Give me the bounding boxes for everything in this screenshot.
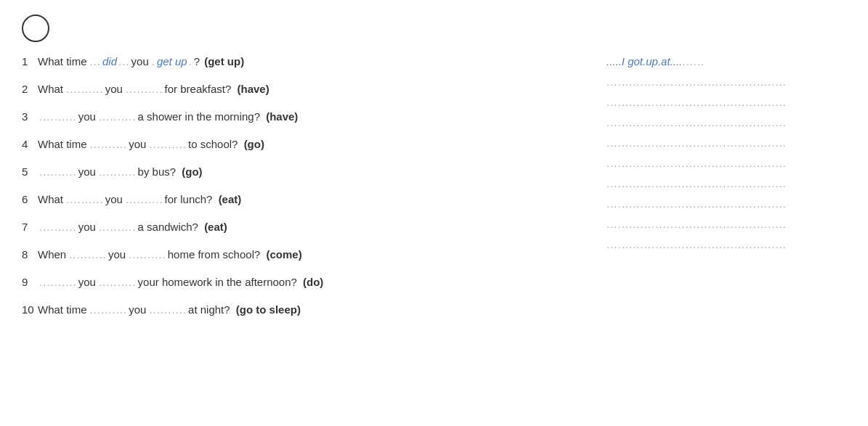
suffix-text: for breakfast? [165, 83, 235, 95]
question-row: 9.......... you .......... your homework… [22, 276, 599, 296]
answer-row: ........................................… [607, 136, 846, 157]
question-row: 8When .......... you .......... home fro… [22, 248, 599, 269]
question-prefix: What time [38, 303, 87, 316]
hint-word: (have) [266, 110, 298, 123]
fill-dots: .......... [99, 221, 137, 233]
questions-column: 1What time ...did... you .get up. ? (get… [22, 55, 599, 331]
answer-row: ........................................… [607, 116, 846, 136]
question-row: 10What time .......... you .......... at… [22, 303, 599, 324]
suffix-text: at night? [188, 303, 233, 316]
question-suffix: at night? (go to sleep) [188, 303, 301, 316]
question-you: you [78, 276, 96, 288]
row-number: 2 [22, 83, 38, 95]
hint-word: (eat) [204, 221, 227, 233]
answer-dots: ........................................… [607, 238, 846, 250]
suffix-text: to school? [188, 138, 241, 150]
fill-dots: .......... [39, 221, 77, 233]
suffix-text: your homework in the afternoon? [138, 276, 300, 288]
suffix-text: by bus? [138, 165, 179, 178]
row-number: 3 [22, 110, 38, 123]
question-word: you [131, 55, 149, 67]
exercise-header [22, 15, 846, 42]
row-number: 10 [22, 303, 38, 316]
answers-column: .....I got.up.at........................… [599, 55, 846, 331]
fill-dots: . [152, 55, 155, 67]
answer-dots: ........................................… [607, 136, 846, 149]
question-row: 2What .......... you .......... for brea… [22, 83, 599, 103]
question-you: you [129, 138, 146, 150]
question-word: ? [194, 55, 200, 67]
suffix-text: home from school? [168, 248, 264, 261]
question-suffix: for lunch? (eat) [165, 193, 242, 205]
fill-dots: .......... [90, 138, 128, 150]
question-suffix: your homework in the afternoon? (do) [138, 276, 324, 288]
question-row: 3.......... you .......... a shower in t… [22, 110, 599, 131]
filled-answer: did [102, 55, 117, 67]
page: 1What time ...did... you .get up. ? (get… [0, 0, 868, 426]
fill-dots: .......... [66, 83, 104, 95]
question-content: What .......... you .......... for lunch… [38, 193, 241, 205]
answer-dots: ...... [682, 55, 846, 67]
answer-dots: ........................................… [607, 197, 846, 210]
hint-word: (go) [182, 165, 202, 178]
question-prefix: What [38, 83, 63, 95]
content-area: 1What time ...did... you .get up. ? (get… [22, 55, 846, 331]
question-content: .......... you .......... by bus? (go) [38, 165, 203, 178]
row-number: 6 [22, 193, 38, 205]
answer-row: ........................................… [607, 218, 846, 238]
filled-answer: get up [157, 55, 187, 67]
question-content: .......... you .......... a shower in th… [38, 110, 298, 123]
answer-dots: ........................................… [607, 218, 846, 230]
hint-word: (eat) [219, 193, 242, 205]
answer-row: ........................................… [607, 238, 846, 258]
fill-dots: .......... [126, 83, 163, 95]
fill-dots: .......... [39, 110, 77, 123]
question-row: 5.......... you .......... by bus? (go) [22, 165, 599, 186]
question-row: 1What time ...did... you .get up. ? (get… [22, 55, 599, 75]
exercise-number [22, 15, 49, 42]
hint-word: (go to sleep) [236, 303, 301, 316]
fill-dots: .......... [39, 165, 77, 178]
question-prefix: What [38, 193, 63, 205]
hint-word: (have) [237, 83, 269, 95]
question-you: you [129, 303, 146, 316]
question-suffix: by bus? (go) [138, 165, 203, 178]
row-number: 1 [22, 55, 38, 67]
answer-row: ........................................… [607, 177, 846, 197]
row-number: 7 [22, 221, 38, 233]
fill-dots: .......... [126, 193, 163, 205]
question-row: 6What .......... you .......... for lunc… [22, 193, 599, 213]
question-you: you [105, 193, 123, 205]
fill-dots: .......... [129, 248, 166, 261]
question-suffix: to school? (go) [188, 138, 264, 150]
fill-dots: .......... [149, 303, 187, 316]
question-content: What time .......... you .......... to s… [38, 138, 264, 150]
fill-dots: .......... [90, 303, 128, 316]
fill-dots: .......... [99, 276, 137, 288]
row-number: 8 [22, 248, 38, 261]
question-you: you [78, 221, 96, 233]
row-number: 5 [22, 165, 38, 178]
hint-word: (do) [303, 276, 323, 288]
question-word: What time [38, 55, 87, 67]
fill-dots: .......... [69, 248, 107, 261]
question-content: What time .......... you .......... at n… [38, 303, 301, 316]
answer-row: ........................................… [607, 96, 846, 116]
question-you: you [78, 165, 96, 178]
answer-dots: ........................................… [607, 116, 846, 128]
question-you: you [105, 83, 123, 95]
question-content: When .......... you .......... home from… [38, 248, 302, 261]
question-suffix: for breakfast? (have) [165, 83, 269, 95]
question-content: .......... you .......... your homework … [38, 276, 323, 288]
fill-dots: ... [118, 55, 130, 67]
answer-dots: ........................................… [607, 75, 846, 88]
hint-word: (come) [266, 248, 301, 261]
fill-dots: .......... [149, 138, 187, 150]
answer-row: ........................................… [607, 75, 846, 96]
question-prefix: What time [38, 138, 87, 150]
answer-row: .....I got.up.at.......... [607, 55, 846, 75]
fill-dots: . [189, 55, 192, 67]
answer-row: ........................................… [607, 157, 846, 177]
fill-dots: .......... [39, 276, 77, 288]
fill-dots: .......... [99, 110, 137, 123]
